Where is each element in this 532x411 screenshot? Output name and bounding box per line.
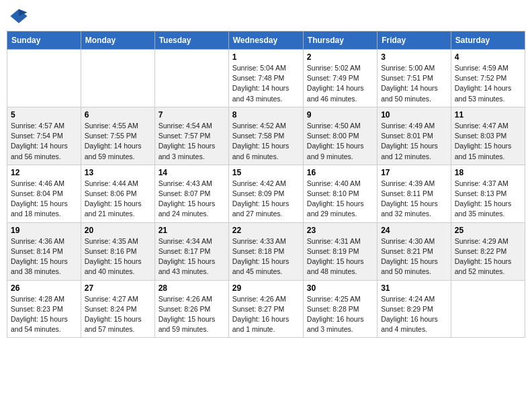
logo-icon [9, 7, 28, 26]
day-number: 8 [232, 110, 300, 120]
day-number: 28 [159, 283, 225, 293]
day-number: 17 [381, 168, 447, 177]
day-info: Sunrise: 4:46 AMSunset: 8:04 PMDaylight:… [11, 179, 77, 220]
calendar-week-1: 1Sunrise: 5:04 AMSunset: 7:48 PMDaylight… [7, 50, 525, 107]
day-info: Sunrise: 4:31 AMSunset: 8:19 PMDaylight:… [307, 236, 373, 277]
day-number: 29 [232, 283, 300, 293]
day-info: Sunrise: 4:25 AMSunset: 8:28 PMDaylight:… [307, 294, 373, 335]
calendar-table: SundayMondayTuesdayWednesdayThursdayFrid… [7, 31, 525, 338]
weekday-header-monday: Monday [81, 32, 154, 50]
calendar-cell: 18Sunrise: 4:37 AMSunset: 8:13 PMDayligh… [451, 165, 525, 222]
day-number: 21 [159, 226, 225, 235]
calendar-week-2: 5Sunrise: 4:57 AMSunset: 7:54 PMDaylight… [7, 107, 525, 165]
calendar-cell: 6Sunrise: 4:55 AMSunset: 7:55 PMDaylight… [81, 107, 154, 165]
calendar-cell: 13Sunrise: 4:44 AMSunset: 8:06 PMDayligh… [81, 165, 154, 222]
page-header [7, 7, 525, 26]
calendar-cell: 5Sunrise: 4:57 AMSunset: 7:54 PMDaylight… [7, 107, 81, 165]
calendar-cell: 15Sunrise: 4:42 AMSunset: 8:09 PMDayligh… [228, 165, 303, 222]
calendar-cell: 12Sunrise: 4:46 AMSunset: 8:04 PMDayligh… [7, 165, 81, 222]
day-number: 4 [455, 52, 521, 62]
calendar-cell: 11Sunrise: 4:47 AMSunset: 8:03 PMDayligh… [451, 107, 525, 165]
day-number: 5 [11, 110, 77, 120]
calendar-cell [154, 50, 228, 107]
day-info: Sunrise: 4:26 AMSunset: 8:27 PMDaylight:… [232, 294, 300, 335]
day-number: 2 [307, 52, 373, 62]
weekday-header-friday: Friday [378, 32, 451, 50]
day-info: Sunrise: 4:49 AMSunset: 8:01 PMDaylight:… [381, 121, 447, 162]
day-number: 22 [232, 226, 300, 235]
calendar-cell: 19Sunrise: 4:36 AMSunset: 8:14 PMDayligh… [7, 222, 81, 280]
day-number: 6 [85, 110, 151, 120]
day-number: 20 [85, 226, 151, 235]
calendar-cell: 2Sunrise: 5:02 AMSunset: 7:49 PMDaylight… [303, 50, 377, 107]
logo [9, 7, 31, 26]
day-number: 14 [159, 168, 225, 177]
calendar-cell: 26Sunrise: 4:28 AMSunset: 8:23 PMDayligh… [7, 280, 81, 338]
calendar-cell: 28Sunrise: 4:26 AMSunset: 8:26 PMDayligh… [154, 280, 228, 338]
day-number: 31 [381, 283, 447, 293]
day-number: 30 [307, 283, 373, 293]
calendar-cell: 17Sunrise: 4:39 AMSunset: 8:11 PMDayligh… [378, 165, 451, 222]
day-info: Sunrise: 4:44 AMSunset: 8:06 PMDaylight:… [85, 179, 151, 220]
day-number: 18 [455, 168, 521, 177]
day-info: Sunrise: 4:47 AMSunset: 8:03 PMDaylight:… [455, 121, 521, 162]
day-number: 12 [11, 168, 77, 177]
day-number: 24 [381, 226, 447, 235]
day-number: 11 [455, 110, 521, 120]
day-number: 23 [307, 226, 373, 235]
calendar-cell: 22Sunrise: 4:33 AMSunset: 8:18 PMDayligh… [228, 222, 303, 280]
day-info: Sunrise: 4:26 AMSunset: 8:26 PMDaylight:… [159, 294, 225, 335]
calendar-cell: 20Sunrise: 4:35 AMSunset: 8:16 PMDayligh… [81, 222, 154, 280]
calendar-cell: 24Sunrise: 4:30 AMSunset: 8:21 PMDayligh… [378, 222, 451, 280]
day-info: Sunrise: 4:52 AMSunset: 7:58 PMDaylight:… [232, 121, 300, 162]
calendar-cell: 9Sunrise: 4:50 AMSunset: 8:00 PMDaylight… [303, 107, 377, 165]
calendar-week-5: 26Sunrise: 4:28 AMSunset: 8:23 PMDayligh… [7, 280, 525, 338]
day-info: Sunrise: 4:36 AMSunset: 8:14 PMDaylight:… [11, 236, 77, 277]
day-info: Sunrise: 4:33 AMSunset: 8:18 PMDaylight:… [232, 236, 300, 277]
day-info: Sunrise: 5:02 AMSunset: 7:49 PMDaylight:… [307, 63, 373, 104]
day-info: Sunrise: 4:29 AMSunset: 8:22 PMDaylight:… [455, 236, 521, 277]
day-number: 7 [159, 110, 225, 120]
calendar-cell: 14Sunrise: 4:43 AMSunset: 8:07 PMDayligh… [154, 165, 228, 222]
calendar-cell [451, 280, 525, 338]
calendar-cell: 27Sunrise: 4:27 AMSunset: 8:24 PMDayligh… [81, 280, 154, 338]
day-info: Sunrise: 4:35 AMSunset: 8:16 PMDaylight:… [85, 236, 151, 277]
day-info: Sunrise: 4:57 AMSunset: 7:54 PMDaylight:… [11, 121, 77, 162]
day-number: 16 [307, 168, 373, 177]
day-info: Sunrise: 4:37 AMSunset: 8:13 PMDaylight:… [455, 179, 521, 220]
day-info: Sunrise: 5:04 AMSunset: 7:48 PMDaylight:… [232, 63, 300, 104]
day-number: 13 [85, 168, 151, 177]
calendar-cell: 8Sunrise: 4:52 AMSunset: 7:58 PMDaylight… [228, 107, 303, 165]
weekday-header-wednesday: Wednesday [228, 32, 303, 50]
calendar-cell: 30Sunrise: 4:25 AMSunset: 8:28 PMDayligh… [303, 280, 377, 338]
calendar-cell [81, 50, 154, 107]
day-number: 3 [381, 52, 447, 62]
calendar-cell: 10Sunrise: 4:49 AMSunset: 8:01 PMDayligh… [378, 107, 451, 165]
calendar-cell: 31Sunrise: 4:24 AMSunset: 8:29 PMDayligh… [378, 280, 451, 338]
day-number: 15 [232, 168, 300, 177]
calendar-cell: 23Sunrise: 4:31 AMSunset: 8:19 PMDayligh… [303, 222, 377, 280]
calendar-cell: 16Sunrise: 4:40 AMSunset: 8:10 PMDayligh… [303, 165, 377, 222]
day-info: Sunrise: 4:50 AMSunset: 8:00 PMDaylight:… [307, 121, 373, 162]
calendar-cell: 4Sunrise: 4:59 AMSunset: 7:52 PMDaylight… [451, 50, 525, 107]
day-info: Sunrise: 4:24 AMSunset: 8:29 PMDaylight:… [381, 294, 447, 335]
calendar-cell: 29Sunrise: 4:26 AMSunset: 8:27 PMDayligh… [228, 280, 303, 338]
calendar-cell: 25Sunrise: 4:29 AMSunset: 8:22 PMDayligh… [451, 222, 525, 280]
day-info: Sunrise: 5:00 AMSunset: 7:51 PMDaylight:… [381, 63, 447, 104]
calendar-cell [7, 50, 81, 107]
calendar-cell: 21Sunrise: 4:34 AMSunset: 8:17 PMDayligh… [154, 222, 228, 280]
calendar-cell: 3Sunrise: 5:00 AMSunset: 7:51 PMDaylight… [378, 50, 451, 107]
day-info: Sunrise: 4:34 AMSunset: 8:17 PMDaylight:… [159, 236, 225, 277]
weekday-header-saturday: Saturday [451, 32, 525, 50]
calendar-cell: 1Sunrise: 5:04 AMSunset: 7:48 PMDaylight… [228, 50, 303, 107]
day-info: Sunrise: 4:39 AMSunset: 8:11 PMDaylight:… [381, 179, 447, 220]
day-number: 26 [11, 283, 77, 293]
calendar-week-4: 19Sunrise: 4:36 AMSunset: 8:14 PMDayligh… [7, 222, 525, 280]
day-info: Sunrise: 4:42 AMSunset: 8:09 PMDaylight:… [232, 179, 300, 220]
day-number: 19 [11, 226, 77, 235]
day-info: Sunrise: 4:27 AMSunset: 8:24 PMDaylight:… [85, 294, 151, 335]
day-number: 27 [85, 283, 151, 293]
day-info: Sunrise: 4:43 AMSunset: 8:07 PMDaylight:… [159, 179, 225, 220]
day-info: Sunrise: 4:59 AMSunset: 7:52 PMDaylight:… [455, 63, 521, 104]
day-number: 9 [307, 110, 373, 120]
